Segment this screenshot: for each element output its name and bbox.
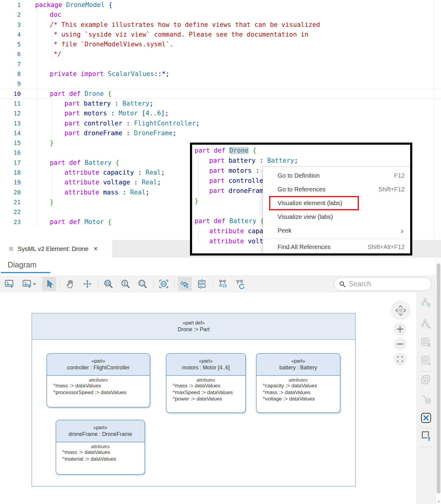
pan-compass-control[interactable] xyxy=(391,300,411,322)
diagram-node-header[interactable]: «part»motors : Motor [4..6] xyxy=(166,354,245,376)
code-line[interactable]: 11part battery : Battery; xyxy=(0,99,441,108)
diagram-node-header[interactable]: «part»battery : Battery xyxy=(257,354,340,376)
code-line[interactable]: 7 xyxy=(0,59,441,69)
frames-up-button[interactable] xyxy=(420,336,432,349)
compartment-label: attributes xyxy=(47,377,150,383)
close-box-button[interactable] xyxy=(420,412,432,424)
node-name: Drone :> Part xyxy=(178,326,210,333)
menu-item-shortcut: Shift+Alt+F12 xyxy=(368,244,405,251)
code-token: part def xyxy=(195,147,229,154)
zoom-in-out-button[interactable] xyxy=(118,277,133,291)
scroll-down-icon[interactable]: ▼ xyxy=(437,500,440,503)
diagram-node-header[interactable]: «part»controller : FlightController xyxy=(47,354,150,376)
code-line[interactable]: 10part def Drone { xyxy=(0,89,441,99)
menu-item-go-to-references[interactable]: Go to ReferencesShift+F12 xyxy=(263,183,410,196)
menu-item-peek[interactable]: Peek› xyxy=(263,224,410,237)
line-number: 17 xyxy=(0,158,21,168)
tree-up-button[interactable] xyxy=(420,297,432,309)
globe-overview-button[interactable] xyxy=(157,277,171,291)
scrollbar-thumb[interactable] xyxy=(437,263,440,494)
search-input[interactable] xyxy=(334,277,432,291)
code-line[interactable]: 5 * file `DroneModelViews.sysml`. xyxy=(0,39,441,49)
diagram-node-droneFrame[interactable]: «part»droneFrame : DroneFrameattributes^… xyxy=(56,420,145,475)
code-line[interactable]: 9 xyxy=(0,79,441,89)
tab-sysml-element[interactable]: SysML v2 Element: Drone ✕ xyxy=(0,240,112,258)
code-line[interactable]: 14part droneFrame : DroneFrame; xyxy=(0,128,441,138)
pan-hand-button[interactable] xyxy=(63,277,77,291)
graph-layout-button[interactable] xyxy=(178,277,192,291)
fit-view-button[interactable] xyxy=(394,353,406,367)
select-cursor-button[interactable] xyxy=(42,277,56,291)
submenu-chevron-icon: › xyxy=(401,228,405,234)
zoom-out-button[interactable] xyxy=(394,338,406,352)
menu-item-go-to-definition[interactable]: Go to DefinitionF12 xyxy=(263,169,410,183)
menu-item-label: Find All References xyxy=(278,244,330,251)
node-name: droneFrame : DroneFrame xyxy=(68,431,132,437)
line-number: 18 xyxy=(0,168,21,177)
zoom-in-button[interactable] xyxy=(394,323,406,337)
frames-pin-button[interactable] xyxy=(420,355,432,367)
zoom-selection-icon xyxy=(103,279,114,289)
indent-guide xyxy=(52,99,52,138)
graph-frame-button[interactable] xyxy=(195,277,209,291)
refresh-layout-button[interactable] xyxy=(233,277,247,291)
code-token xyxy=(249,147,253,154)
attribute-line: ^mass :> dataValues xyxy=(56,449,144,456)
box-up-button[interactable] xyxy=(420,430,432,443)
diagram-node-header[interactable]: «part def» Drone :> Part xyxy=(32,314,355,340)
diagram-node-controller[interactable]: «part»controller : FlightControllerattri… xyxy=(46,353,150,408)
link-close-button[interactable] xyxy=(420,393,432,405)
menu-item-visualize-element-labs-[interactable]: Visualize element (labs) xyxy=(263,196,410,210)
code-text: part controller : FlightController; xyxy=(35,118,200,128)
diagram-side-toolbar xyxy=(416,292,436,504)
code-text: } xyxy=(35,138,54,148)
code-line[interactable]: 1package DroneModel { xyxy=(0,0,441,10)
menu-item-label: Visualize element (labs) xyxy=(278,200,342,207)
line-number: 14 xyxy=(0,128,21,138)
code-token: part def xyxy=(50,218,85,226)
scrollbar[interactable]: ▼ xyxy=(436,258,441,504)
node-name: controller : FlightController xyxy=(67,364,129,371)
code-line[interactable]: 4 * using `syside viz view` command. Ple… xyxy=(0,30,441,39)
code-token: part xyxy=(209,187,228,194)
frames-close-button[interactable] xyxy=(420,374,432,386)
code-token: } xyxy=(50,139,54,147)
node-attributes-compartment: attributes^mass :> dataValues^maxSpeed :… xyxy=(166,376,245,402)
tree-pin-button[interactable] xyxy=(420,318,432,330)
toolbar-separator xyxy=(213,279,213,289)
code-line[interactable]: 3/* This example illustrates how to defi… xyxy=(0,20,441,30)
code-token: ; xyxy=(157,179,161,186)
line-number: 3 xyxy=(0,20,21,30)
inset-code-line: part battery : Battery; xyxy=(195,156,344,166)
code-text: attribute capacity : Real; xyxy=(35,168,165,177)
add-related-nodes-button[interactable] xyxy=(216,277,230,291)
export-image-button[interactable] xyxy=(2,277,16,291)
diagram-node-battery[interactable]: «part»battery : Batteryattributes^capaci… xyxy=(256,353,341,413)
code-token: } xyxy=(50,198,54,206)
code-text: doc xyxy=(35,10,61,20)
code-line[interactable]: 12part motors : Motor [4..6]; xyxy=(0,108,441,118)
attribute-line: ^maxSpeed :> dataValues xyxy=(166,389,245,396)
zoom-selection-button[interactable] xyxy=(101,277,115,291)
code-token: attribute xyxy=(64,169,103,176)
code-token: part xyxy=(64,100,84,107)
zoom-fit-button[interactable] xyxy=(136,277,150,291)
code-line[interactable]: 6 */ xyxy=(0,49,441,59)
code-token: ; xyxy=(165,110,169,117)
move-arrows-button[interactable] xyxy=(80,277,94,291)
code-token: Battery xyxy=(122,100,150,107)
code-token: package xyxy=(35,1,66,9)
menu-item-visualize-view-labs-[interactable]: Visualize view (labs) xyxy=(263,210,410,224)
diagram-node-motors[interactable]: «part»motors : Motor [4..6]attributes^ma… xyxy=(166,353,246,413)
diagram-node-header[interactable]: «part»droneFrame : DroneFrame xyxy=(56,420,144,442)
close-icon[interactable]: ✕ xyxy=(93,245,98,252)
tab-diagram[interactable]: Diagram xyxy=(8,260,36,269)
menu-item-find-all-references[interactable]: Find All ReferencesShift+Alt+F12 xyxy=(263,240,410,254)
code-token: private import xyxy=(50,70,108,78)
code-line[interactable]: 2doc xyxy=(0,10,441,20)
code-token: battery xyxy=(84,100,111,107)
search-field[interactable] xyxy=(349,280,422,288)
export-image-dropdown-button[interactable] xyxy=(20,277,39,291)
code-line[interactable]: 8private import ScalarValues::*; xyxy=(0,69,441,79)
code-line[interactable]: 13part controller : FlightController; xyxy=(0,118,441,128)
